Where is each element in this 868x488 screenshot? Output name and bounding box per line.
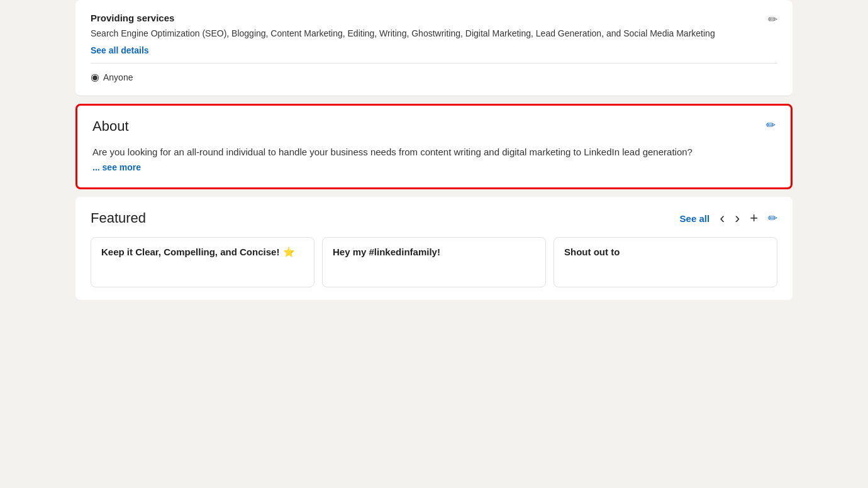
about-card: ✏ About Are you looking for an all-round…: [75, 104, 793, 189]
featured-item-1-text: Hey my #linkedinfamily!: [333, 247, 440, 257]
services-text: Search Engine Optimization (SEO), Bloggi…: [91, 27, 777, 40]
see-all-featured-button[interactable]: See all: [680, 213, 710, 224]
featured-title: Featured: [91, 210, 680, 226]
featured-item-0-text: Keep it Clear, Compelling, and Concise!: [101, 247, 279, 257]
featured-items-list: Keep it Clear, Compelling, and Concise! …: [91, 237, 777, 287]
edit-providing-services-icon[interactable]: ✏: [768, 13, 777, 26]
add-featured-icon[interactable]: [750, 210, 758, 226]
featured-item-2[interactable]: Shout out to: [554, 237, 777, 287]
about-title: About: [92, 118, 776, 135]
featured-item-0[interactable]: Keep it Clear, Compelling, and Concise! …: [91, 237, 314, 287]
featured-item-2-text: Shout out to: [564, 247, 620, 257]
chevron-right-icon[interactable]: [735, 209, 740, 227]
providing-services-title: Providing services: [91, 13, 777, 23]
star-icon-0: ⭐: [283, 247, 295, 258]
featured-card: Featured See all ✏ Keep it Clear, Compel…: [75, 197, 793, 300]
featured-header: Featured See all ✏: [91, 209, 777, 227]
about-content: Are you looking for an all-round individ…: [92, 145, 776, 175]
edit-about-icon[interactable]: ✏: [766, 118, 776, 132]
featured-item-1[interactable]: Hey my #linkedinfamily!: [322, 237, 546, 287]
eye-icon: [91, 71, 99, 83]
chevron-left-icon[interactable]: [720, 209, 725, 227]
visibility-text: Anyone: [103, 72, 133, 82]
see-all-details-link[interactable]: See all details: [91, 45, 149, 55]
providing-services-card: ✏ Providing services Search Engine Optim…: [75, 0, 793, 96]
edit-featured-icon[interactable]: ✏: [768, 211, 777, 225]
featured-actions: See all ✏: [680, 209, 777, 227]
visibility-row: Anyone: [91, 63, 777, 83]
see-more-link[interactable]: ... see more: [92, 162, 141, 172]
